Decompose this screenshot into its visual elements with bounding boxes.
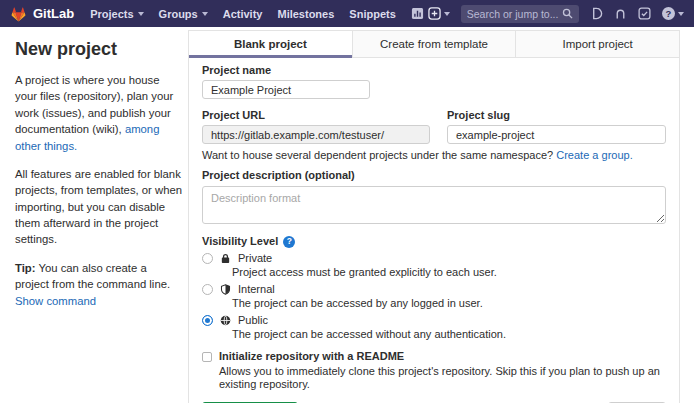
new-dropdown-button[interactable] xyxy=(428,7,450,20)
nav-activity[interactable]: Activity xyxy=(223,8,263,20)
sidebar-paragraph-2: All features are enabled for blank proje… xyxy=(15,166,183,248)
url-slug-row: Project URL Project slug xyxy=(202,109,666,144)
nav-milestones-label: Milestones xyxy=(277,8,334,20)
sidebar: New project A project is where you house… xyxy=(15,35,183,321)
chevron-down-icon xyxy=(202,12,208,16)
visibility-option-internal: Internal The project can be accessed by … xyxy=(202,283,666,310)
chevron-down-icon xyxy=(444,12,450,16)
search-icon xyxy=(562,8,573,19)
tip-label: Tip: xyxy=(15,262,36,274)
project-description-label: Project description (optional) xyxy=(202,169,666,182)
issues-icon xyxy=(590,7,603,20)
merge-requests-button[interactable] xyxy=(614,7,627,20)
help-dropdown-button[interactable]: ? xyxy=(662,7,684,20)
project-url-input[interactable] xyxy=(202,125,430,144)
visibility-level-text: Visibility Level xyxy=(202,235,278,248)
search-input[interactable] xyxy=(467,8,562,20)
public-label: Public xyxy=(238,314,268,327)
issues-button[interactable] xyxy=(590,7,603,20)
navbar-right: ? xyxy=(428,5,694,23)
private-radio[interactable] xyxy=(202,253,213,264)
nav-milestones[interactable]: Milestones xyxy=(277,8,334,20)
readme-description: Allows you to immediately clone this pro… xyxy=(219,365,666,391)
bar-chart-icon xyxy=(411,7,424,20)
internal-description: The project can be accessed by any logge… xyxy=(232,297,666,310)
nav-projects[interactable]: Projects xyxy=(90,8,143,20)
private-description: Project access must be granted explicitl… xyxy=(232,266,666,279)
sidebar-p3-text: You can also create a project from the c… xyxy=(15,262,170,290)
private-label: Private xyxy=(238,252,272,265)
chevron-down-icon xyxy=(138,12,144,16)
gitlab-logo[interactable]: GitLab xyxy=(10,6,74,22)
internal-label: Internal xyxy=(238,283,275,296)
public-description: The project can be accessed without any … xyxy=(232,328,666,341)
merge-request-icon xyxy=(614,7,627,20)
new-project-panel: Blank project Create from template Impor… xyxy=(188,30,680,403)
visibility-help-icon[interactable]: ? xyxy=(283,236,295,248)
plus-square-icon xyxy=(428,7,441,20)
tab-create-from-template[interactable]: Create from template xyxy=(352,31,516,57)
global-search[interactable] xyxy=(461,5,579,23)
shield-icon xyxy=(220,284,231,295)
readme-option: Initialize repository with a README Allo… xyxy=(202,350,666,391)
globe-icon xyxy=(220,315,231,326)
namespace-hint-text: Want to house several dependent projects… xyxy=(202,149,556,161)
internal-radio[interactable] xyxy=(202,284,213,295)
nav-groups-label: Groups xyxy=(159,8,198,20)
project-slug-label: Project slug xyxy=(447,109,666,122)
nav-snippets[interactable]: Snippets xyxy=(349,8,395,20)
namespace-hint: Want to house several dependent projects… xyxy=(202,149,666,162)
project-slug-input[interactable] xyxy=(447,125,666,144)
sidebar-paragraph-1: A project is where you house your files … xyxy=(15,72,183,154)
readme-label: Initialize repository with a README xyxy=(219,350,404,363)
project-url-label: Project URL xyxy=(202,109,430,122)
page-title: New project xyxy=(15,39,183,60)
nav-snippets-label: Snippets xyxy=(349,8,395,20)
show-command-link[interactable]: Show command xyxy=(15,295,96,307)
readme-checkbox[interactable] xyxy=(202,352,212,362)
nav-groups[interactable]: Groups xyxy=(159,8,208,20)
charts-button[interactable] xyxy=(411,7,424,20)
project-name-input[interactable] xyxy=(202,80,370,99)
visibility-option-private: Private Project access must be granted e… xyxy=(202,252,666,279)
create-a-group-link[interactable]: Create a group. xyxy=(556,149,632,161)
nav-activity-label: Activity xyxy=(223,8,263,20)
visibility-option-public: Public The project can be accessed witho… xyxy=(202,314,666,341)
todos-button[interactable] xyxy=(638,7,651,20)
help-icon: ? xyxy=(662,7,675,20)
tanuki-icon xyxy=(10,6,27,22)
tab-import-project[interactable]: Import project xyxy=(515,31,679,57)
sidebar-paragraph-3: Tip: You can also create a project from … xyxy=(15,260,183,309)
todos-check-icon xyxy=(638,7,651,20)
visibility-level-label: Visibility Level ? xyxy=(202,235,666,248)
chevron-down-icon xyxy=(678,12,684,16)
public-radio[interactable] xyxy=(202,315,213,326)
nav-projects-label: Projects xyxy=(90,8,133,20)
lock-icon xyxy=(220,253,231,264)
brand-name: GitLab xyxy=(33,6,74,21)
project-type-tabs: Blank project Create from template Impor… xyxy=(189,31,679,58)
new-project-form: Project name Project URL Project slug Wa… xyxy=(189,58,679,403)
project-description-textarea[interactable] xyxy=(202,186,666,224)
nav-menu: Projects Groups Activity Milestones Snip… xyxy=(90,7,424,20)
tab-blank-project[interactable]: Blank project xyxy=(189,31,352,57)
project-name-label: Project name xyxy=(202,64,666,77)
top-navbar: GitLab Projects Groups Activity Mileston… xyxy=(0,0,694,27)
